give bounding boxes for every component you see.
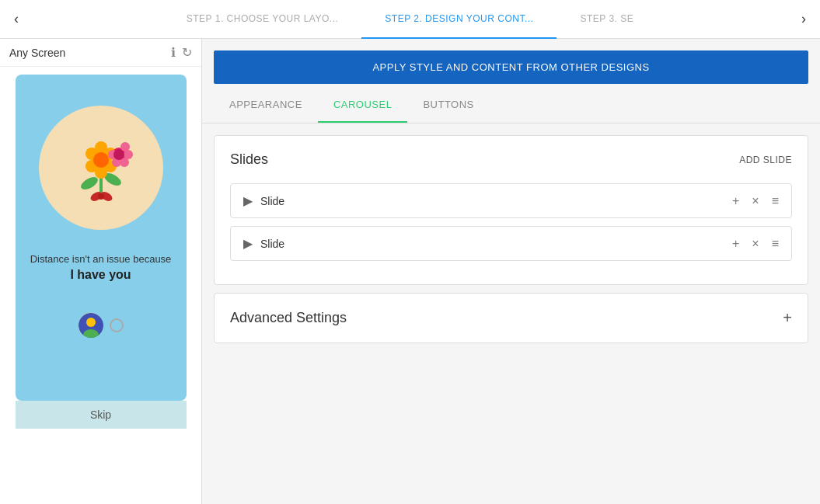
add-slide-button[interactable]: ADD SLIDE	[739, 155, 792, 165]
svg-point-22	[86, 318, 96, 327]
phone-mockup: Distance isn't an issue because I have y…	[0, 67, 201, 504]
content-area: Slides ADD SLIDE ▶ Slide + × ≡	[202, 123, 820, 355]
slide-label-1: Slide	[260, 195, 284, 207]
nav-step-1[interactable]: STEP 1. CHOOSE YOUR LAYO...	[163, 0, 362, 39]
left-panel-header: Any Screen ℹ ↻	[0, 39, 201, 67]
slide-actions-2: + × ≡	[732, 237, 779, 251]
apply-banner[interactable]: APPLY STYLE AND CONTENT FROM OTHER DESIG…	[214, 50, 808, 84]
tab-buttons[interactable]: BUTTONS	[407, 88, 489, 123]
advanced-settings-header[interactable]: Advanced Settings +	[230, 309, 792, 327]
slide-close-button-2[interactable]: ×	[752, 237, 759, 251]
slide-menu-button-1[interactable]: ≡	[772, 194, 779, 208]
slides-card: Slides ADD SLIDE ▶ Slide + × ≡	[214, 135, 808, 285]
svg-point-20	[98, 193, 104, 200]
screen-title: Any Screen	[9, 47, 65, 59]
svg-point-1	[79, 175, 99, 192]
phone-text2: I have you	[70, 268, 131, 282]
slide-play-icon-1: ▶	[243, 193, 253, 208]
slide-actions-1: + × ≡	[732, 194, 779, 208]
nav-step-3[interactable]: STEP 3. SE	[557, 0, 657, 39]
tab-appearance[interactable]: APPEARANCE	[214, 88, 318, 123]
advanced-settings-expand-icon[interactable]: +	[783, 309, 792, 327]
header-icons: ℹ ↻	[171, 45, 192, 60]
slides-title: Slides	[230, 151, 268, 168]
tabs-row: APPEARANCE CAROUSEL BUTTONS	[202, 88, 820, 123]
slide-close-button-1[interactable]: ×	[752, 194, 759, 208]
main-layout: Any Screen ℹ ↻	[0, 39, 820, 504]
left-panel: Any Screen ℹ ↻	[0, 39, 202, 504]
slide-row-1: ▶ Slide + × ≡	[230, 183, 792, 218]
dot-empty	[110, 318, 124, 332]
svg-point-17	[113, 149, 124, 160]
nav-steps: STEP 1. CHOOSE YOUR LAYO... STEP 2. DESI…	[25, 0, 795, 39]
slide-row-2: ▶ Slide + × ≡	[230, 226, 792, 261]
slide-menu-button-2[interactable]: ≡	[772, 237, 779, 251]
slides-header: Slides ADD SLIDE	[230, 151, 792, 168]
info-icon[interactable]: ℹ	[171, 45, 176, 60]
refresh-icon[interactable]: ↻	[182, 45, 192, 60]
right-panel: APPLY STYLE AND CONTENT FROM OTHER DESIG…	[202, 39, 820, 504]
nav-next-arrow[interactable]: ›	[795, 11, 812, 27]
phone-text1: Distance isn't an issue because	[30, 253, 172, 265]
nav-prev-arrow[interactable]: ‹	[8, 11, 25, 27]
phone-screen: Distance isn't an issue because I have y…	[16, 75, 187, 401]
skip-button[interactable]: Skip	[16, 401, 187, 429]
advanced-settings-card: Advanced Settings +	[214, 293, 808, 343]
slide-add-button-1[interactable]: +	[732, 194, 739, 208]
flower-circle	[39, 106, 163, 230]
nav-step-2[interactable]: STEP 2. DESIGN YOUR CONT...	[361, 0, 557, 39]
dots-row	[79, 313, 124, 338]
advanced-settings-title: Advanced Settings	[230, 310, 347, 326]
top-nav: ‹ STEP 1. CHOOSE YOUR LAYO... STEP 2. DE…	[0, 0, 820, 39]
slide-row-2-left: ▶ Slide	[243, 236, 284, 251]
dot-avatar	[79, 313, 103, 338]
avatar-illustration	[79, 313, 103, 338]
flower-illustration	[58, 125, 144, 210]
tab-carousel[interactable]: CAROUSEL	[318, 88, 408, 123]
svg-point-10	[93, 152, 109, 168]
slide-label-2: Slide	[260, 238, 284, 250]
slide-row-1-left: ▶ Slide	[243, 193, 284, 208]
slide-play-icon-2: ▶	[243, 236, 253, 251]
slide-add-button-2[interactable]: +	[732, 237, 739, 251]
